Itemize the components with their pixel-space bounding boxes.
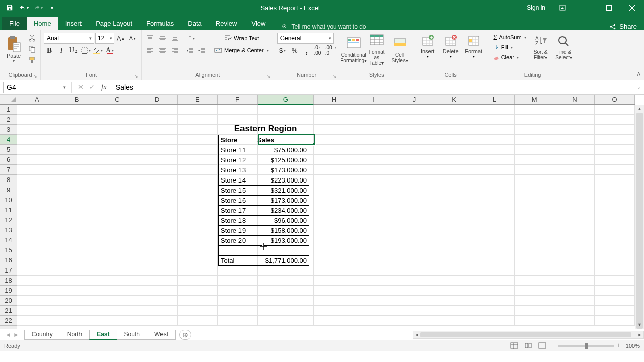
row-header-7[interactable]: 7 <box>0 165 17 175</box>
font-size-combo[interactable]: 12 <box>95 33 114 44</box>
row-header-9[interactable]: 9 <box>0 185 17 195</box>
vscroll-thumb[interactable] <box>636 113 643 329</box>
sort-filter-button[interactable]: AZ Sort &Filter▾ <box>530 32 551 62</box>
zoom-slider[interactable]: − + <box>558 345 614 347</box>
fill-color-button[interactable] <box>92 45 103 56</box>
row-header-14[interactable]: 14 <box>0 235 17 245</box>
increase-indent-icon[interactable] <box>196 45 207 56</box>
scroll-down-icon[interactable]: ▼ <box>635 321 644 329</box>
comma-format-icon[interactable]: , <box>301 45 312 56</box>
clear-button[interactable]: Clear <box>491 52 528 62</box>
tab-view[interactable]: View <box>244 17 272 30</box>
row-header-4[interactable]: 4 <box>0 135 17 145</box>
row-header-18[interactable]: 18 <box>0 276 17 286</box>
column-header-M[interactable]: M <box>515 95 555 104</box>
tab-data[interactable]: Data <box>181 17 208 30</box>
row-header-10[interactable]: 10 <box>0 195 17 205</box>
normal-view-icon[interactable] <box>509 341 520 350</box>
sheet-tab-north[interactable]: North <box>60 330 90 340</box>
column-header-F[interactable]: F <box>218 95 258 104</box>
column-header-I[interactable]: I <box>354 95 394 104</box>
column-header-G[interactable]: G <box>258 95 314 105</box>
zoom-thumb[interactable] <box>585 343 588 349</box>
cancel-formula-icon[interactable]: ✕ <box>75 82 86 93</box>
decrease-font-icon[interactable]: A▼ <box>127 33 138 44</box>
underline-button[interactable]: U <box>68 45 79 56</box>
redo-icon[interactable]: ▾ <box>31 2 44 14</box>
tab-page-layout[interactable]: Page Layout <box>89 17 139 30</box>
row-header-20[interactable]: 20 <box>0 296 17 306</box>
row-header-8[interactable]: 8 <box>0 175 17 185</box>
cut-icon[interactable] <box>26 32 37 43</box>
font-color-button[interactable]: A <box>104 45 115 56</box>
column-header-L[interactable]: L <box>474 95 515 104</box>
tab-formulas[interactable]: Formulas <box>139 17 181 30</box>
conditional-formatting-button[interactable]: ConditionalFormatting▾ <box>343 32 364 67</box>
zoom-level[interactable]: 100% <box>626 343 640 349</box>
align-right-icon[interactable] <box>169 45 180 56</box>
scroll-right-icon[interactable]: ► <box>636 332 643 337</box>
increase-font-icon[interactable]: A▲ <box>115 33 126 44</box>
decrease-decimal-icon[interactable]: .00→.0 <box>326 45 337 56</box>
ribbon-display-icon[interactable] <box>551 0 574 15</box>
row-header-5[interactable]: 5 <box>0 145 17 155</box>
formula-input[interactable] <box>114 82 634 93</box>
worksheet-grid[interactable]: ABCDEFGHIJKLMNO 123456789101112131415161… <box>0 95 644 329</box>
sheet-tab-west[interactable]: West <box>147 330 176 340</box>
column-headers[interactable]: ABCDEFGHIJKLMNO <box>17 95 635 105</box>
row-header-22[interactable]: 22 <box>0 316 17 326</box>
row-header-15[interactable]: 15 <box>0 245 17 255</box>
fill-button[interactable]: Fill <box>491 42 528 52</box>
name-box[interactable]: G4 <box>3 82 68 93</box>
next-sheet-icon[interactable]: ► <box>13 331 19 338</box>
accept-formula-icon[interactable]: ✓ <box>86 82 97 93</box>
minimize-icon[interactable] <box>575 0 597 15</box>
vertical-scrollbar[interactable]: ▲ ▼ <box>635 105 644 329</box>
tab-review[interactable]: Review <box>209 17 245 30</box>
find-select-button[interactable]: Find &Select▾ <box>553 32 575 62</box>
row-header-17[interactable]: 17 <box>0 265 17 276</box>
border-button[interactable] <box>80 45 91 56</box>
merge-center-button[interactable]: Merge & Center <box>212 44 271 56</box>
collapse-ribbon-icon[interactable]: ᐱ <box>637 71 641 78</box>
sheet-tab-east[interactable]: East <box>89 330 117 340</box>
percent-format-icon[interactable]: % <box>289 45 300 56</box>
bold-button[interactable]: B <box>44 45 55 56</box>
copy-icon[interactable] <box>26 43 37 54</box>
number-launcher[interactable] <box>332 73 338 79</box>
horizontal-scrollbar[interactable]: ◄ ► <box>413 331 644 339</box>
align-bottom-icon[interactable] <box>169 33 180 44</box>
scroll-up-icon[interactable]: ▲ <box>635 105 644 113</box>
tab-home[interactable]: Home <box>27 17 58 30</box>
tell-me-search[interactable]: Tell me what you want to do <box>272 23 366 30</box>
maximize-icon[interactable] <box>598 0 620 15</box>
format-cells-button[interactable]: Format▾ <box>463 32 485 60</box>
wrap-text-button[interactable]: Wrap Text <box>212 32 271 44</box>
row-header-3[interactable]: 3 <box>0 125 17 135</box>
number-format-combo[interactable]: General <box>277 33 334 44</box>
select-all-corner[interactable] <box>0 95 17 105</box>
delete-cells-button[interactable]: Delete▾ <box>440 32 461 60</box>
prev-sheet-icon[interactable]: ◄ <box>5 331 11 338</box>
align-middle-icon[interactable] <box>157 33 168 44</box>
signin-link[interactable]: Sign in <box>522 4 550 11</box>
italic-button[interactable]: I <box>56 45 67 56</box>
expand-formula-bar-icon[interactable]: ⌄ <box>634 84 644 90</box>
column-header-C[interactable]: C <box>97 95 137 104</box>
column-header-N[interactable]: N <box>554 95 595 104</box>
share-button[interactable]: Share <box>602 23 644 30</box>
row-header-12[interactable]: 12 <box>0 215 17 225</box>
zoom-in-icon[interactable]: + <box>617 341 621 349</box>
align-left-icon[interactable] <box>145 45 156 56</box>
page-break-view-icon[interactable] <box>537 341 548 350</box>
row-header-11[interactable]: 11 <box>0 205 17 215</box>
column-header-J[interactable]: J <box>394 95 435 104</box>
sheet-tab-south[interactable]: South <box>117 330 147 340</box>
column-header-B[interactable]: B <box>57 95 98 104</box>
column-header-H[interactable]: H <box>314 95 354 104</box>
save-icon[interactable] <box>3 2 16 14</box>
column-header-E[interactable]: E <box>178 95 218 104</box>
close-icon[interactable] <box>621 0 643 15</box>
accounting-format-icon[interactable]: $ <box>277 45 288 56</box>
paste-button[interactable]: Paste ▾ <box>3 32 24 65</box>
